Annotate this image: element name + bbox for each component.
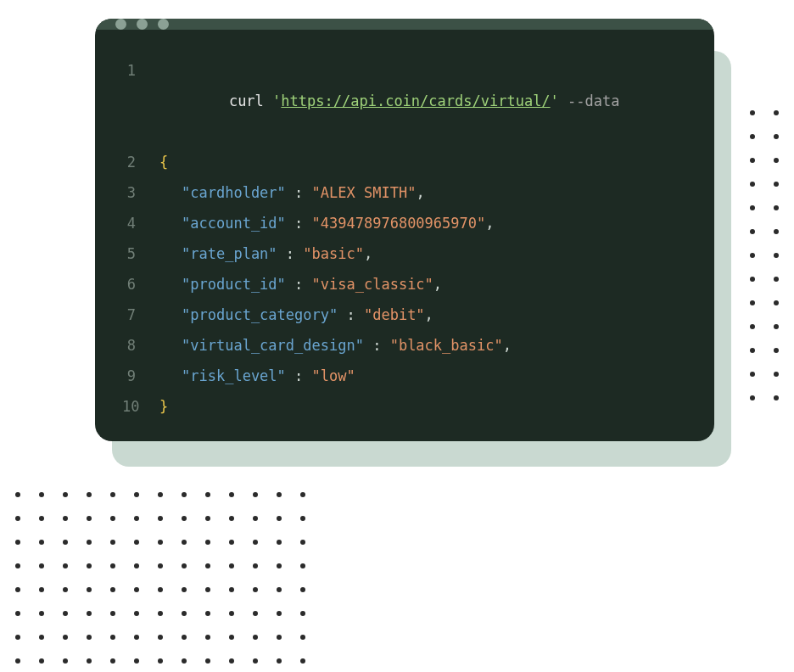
json-key: "product_category" bbox=[182, 306, 338, 323]
line-number: 2 bbox=[122, 147, 159, 177]
json-value: "basic" bbox=[303, 245, 364, 262]
code-line: 1 curl 'https://api.coin/cards/virtual/'… bbox=[122, 55, 687, 147]
code-line: 8 "virtual_card_design" : "black_basic", bbox=[122, 330, 687, 361]
line-number: 4 bbox=[122, 208, 159, 238]
colon: : bbox=[286, 367, 312, 384]
colon: : bbox=[338, 306, 364, 323]
comma: , bbox=[485, 215, 494, 232]
decorative-dot-grid-bottom-left bbox=[15, 492, 305, 664]
code-line: 9 "risk_level" : "low" bbox=[122, 361, 687, 391]
code-line: 3 "cardholder" : "ALEX SMITH", bbox=[122, 177, 687, 208]
brace-close: } bbox=[159, 398, 168, 415]
traffic-light-close-icon[interactable] bbox=[115, 19, 126, 30]
line-number: 9 bbox=[122, 361, 159, 391]
json-value: "439478976800965970" bbox=[312, 215, 486, 232]
code-line: 6 "product_id" : "visa_classic", bbox=[122, 269, 687, 300]
traffic-light-maximize-icon[interactable] bbox=[158, 19, 169, 30]
decorative-dot-grid-right bbox=[726, 110, 779, 400]
terminal-titlebar bbox=[95, 19, 714, 30]
curl-command: curl bbox=[229, 92, 272, 109]
json-key: "risk_level" bbox=[182, 367, 286, 384]
line-number: 3 bbox=[122, 177, 159, 208]
line-number: 1 bbox=[122, 55, 159, 86]
json-value: "black_basic" bbox=[390, 337, 503, 354]
api-url[interactable]: https://api.coin/cards/virtual/ bbox=[281, 92, 550, 109]
json-value: "ALEX SMITH" bbox=[312, 184, 417, 201]
curl-flag: --data bbox=[559, 92, 620, 109]
colon: : bbox=[364, 337, 390, 354]
json-key: "virtual_card_design" bbox=[182, 337, 364, 354]
comma: , bbox=[433, 276, 442, 293]
traffic-light-minimize-icon[interactable] bbox=[137, 19, 148, 30]
colon: : bbox=[286, 276, 312, 293]
json-value: "debit" bbox=[364, 306, 425, 323]
code-line: 7 "product_category" : "debit", bbox=[122, 300, 687, 330]
code-line: 10 } bbox=[122, 391, 687, 422]
comma: , bbox=[503, 337, 512, 354]
json-value: "low" bbox=[312, 367, 355, 384]
json-key: "rate_plan" bbox=[182, 245, 277, 262]
json-key: "account_id" bbox=[182, 215, 286, 232]
quote-close: ' bbox=[551, 92, 559, 109]
json-key: "product_id" bbox=[182, 276, 286, 293]
brace-open: { bbox=[159, 154, 168, 171]
code-block: 1 curl 'https://api.coin/cards/virtual/'… bbox=[95, 30, 714, 441]
comma: , bbox=[364, 245, 372, 262]
colon: : bbox=[286, 184, 312, 201]
code-line: 4 "account_id" : "439478976800965970", bbox=[122, 208, 687, 238]
colon: : bbox=[286, 215, 312, 232]
json-value: "visa_classic" bbox=[312, 276, 433, 293]
comma: , bbox=[425, 306, 433, 323]
code-line: 5 "rate_plan" : "basic", bbox=[122, 238, 687, 269]
comma: , bbox=[416, 184, 424, 201]
line-number: 5 bbox=[122, 238, 159, 269]
line-number: 8 bbox=[122, 330, 159, 361]
colon: : bbox=[277, 245, 304, 262]
json-key: "cardholder" bbox=[182, 184, 286, 201]
quote-open: ' bbox=[272, 92, 281, 109]
line-number: 6 bbox=[122, 269, 159, 300]
line-number: 10 bbox=[122, 391, 159, 422]
line-number: 7 bbox=[122, 300, 159, 330]
code-line: 2 { bbox=[122, 147, 687, 177]
terminal-window: 1 curl 'https://api.coin/cards/virtual/'… bbox=[95, 19, 714, 441]
